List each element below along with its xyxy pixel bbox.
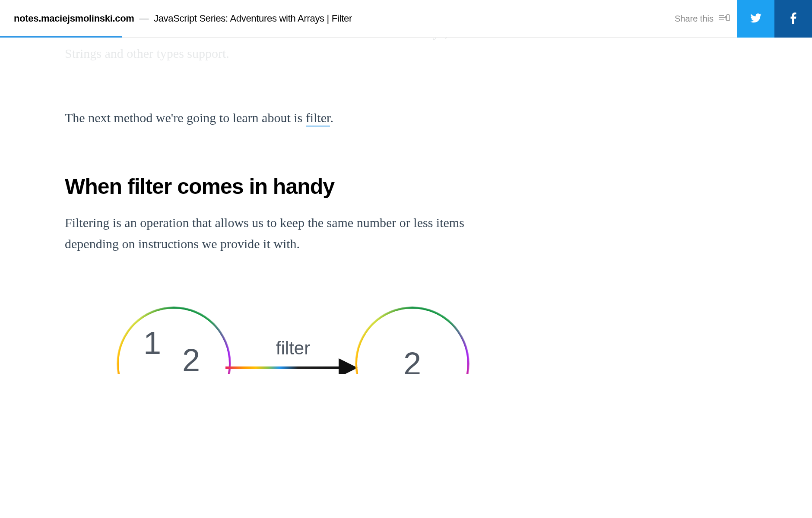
intro-prefix: The next method we're going to learn abo… — [65, 111, 306, 125]
title-separator: — — [139, 13, 149, 24]
intro-suffix: . — [330, 111, 333, 125]
intro-paragraph: The next method we're going to learn abo… — [65, 107, 521, 129]
input-values: 1 2 3 — [117, 306, 231, 374]
section-paragraph: Filtering is an operation that allows us… — [65, 212, 521, 255]
output-value: 2 — [403, 345, 421, 374]
faded-line-2: Strings and other types support. — [65, 46, 229, 60]
diagram-input-circle: 1 2 3 — [117, 306, 231, 374]
input-value-1: 1 — [143, 325, 161, 361]
diagram-output-circle: 2 — [355, 306, 469, 374]
input-value-2: 2 — [182, 342, 200, 374]
filter-link[interactable]: filter — [306, 111, 330, 126]
section-heading: When filter comes in handy — [65, 174, 521, 199]
page-subtitle: JavaScript Series: Adventures with Array… — [154, 13, 352, 24]
reading-progress-bar — [0, 36, 122, 38]
arrow-label: filter — [276, 338, 310, 359]
page-header: notes.maciejsmolinski.com — JavaScript S… — [0, 0, 586, 38]
site-name[interactable]: notes.maciejsmolinski.com — [14, 13, 134, 24]
diagram-arrow-section: filter (x) => x == 2 — [231, 338, 355, 374]
article-content: documentation contains a lot of useful i… — [0, 0, 586, 374]
filter-diagram: 1 2 3 filter (x) => x == 2 2 — [65, 306, 521, 374]
arrow-icon — [231, 362, 356, 373]
header-title: notes.maciejsmolinski.com — JavaScript S… — [0, 13, 586, 24]
